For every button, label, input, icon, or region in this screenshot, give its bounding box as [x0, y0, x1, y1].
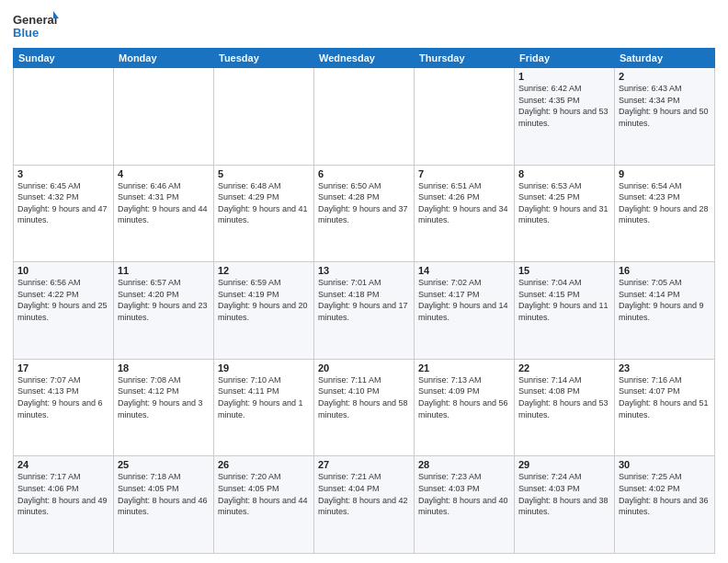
day-info: Sunrise: 6:43 AM Sunset: 4:34 PM Dayligh…	[619, 83, 711, 129]
svg-text:General: General	[13, 13, 57, 27]
day-number: 20	[318, 362, 410, 373]
weekday-header-monday: Monday	[114, 49, 214, 68]
day-info: Sunrise: 7:20 AM Sunset: 4:05 PM Dayligh…	[218, 471, 310, 517]
calendar-cell: 27Sunrise: 7:21 AM Sunset: 4:04 PM Dayli…	[314, 456, 415, 554]
day-number: 18	[118, 362, 210, 373]
day-number: 4	[118, 168, 210, 179]
day-info: Sunrise: 6:50 AM Sunset: 4:28 PM Dayligh…	[318, 180, 410, 226]
day-number: 15	[518, 265, 610, 276]
day-info: Sunrise: 7:16 AM Sunset: 4:07 PM Dayligh…	[619, 374, 711, 420]
calendar-cell: 16Sunrise: 7:05 AM Sunset: 4:14 PM Dayli…	[615, 262, 715, 360]
header: General Blue	[13, 9, 715, 42]
logo-svg: General Blue	[13, 9, 59, 42]
calendar-cell	[114, 68, 214, 166]
day-number: 25	[118, 459, 210, 470]
day-number: 12	[218, 265, 310, 276]
day-info: Sunrise: 7:14 AM Sunset: 4:08 PM Dayligh…	[518, 374, 610, 420]
day-info: Sunrise: 7:07 AM Sunset: 4:13 PM Dayligh…	[17, 374, 109, 420]
weekday-header-sunday: Sunday	[14, 49, 114, 68]
calendar-cell: 12Sunrise: 6:59 AM Sunset: 4:19 PM Dayli…	[214, 262, 314, 360]
calendar-cell: 10Sunrise: 6:56 AM Sunset: 4:22 PM Dayli…	[14, 262, 114, 360]
day-info: Sunrise: 6:51 AM Sunset: 4:26 PM Dayligh…	[418, 180, 510, 226]
calendar-cell: 21Sunrise: 7:13 AM Sunset: 4:09 PM Dayli…	[415, 359, 515, 456]
calendar-cell: 18Sunrise: 7:08 AM Sunset: 4:12 PM Dayli…	[114, 359, 214, 456]
day-number: 11	[118, 265, 210, 276]
day-info: Sunrise: 7:02 AM Sunset: 4:17 PM Dayligh…	[418, 277, 510, 323]
day-number: 10	[17, 265, 109, 276]
day-info: Sunrise: 7:11 AM Sunset: 4:10 PM Dayligh…	[318, 374, 410, 420]
calendar-cell: 30Sunrise: 7:25 AM Sunset: 4:02 PM Dayli…	[615, 456, 715, 554]
week-row-4: 17Sunrise: 7:07 AM Sunset: 4:13 PM Dayli…	[14, 359, 715, 456]
day-number: 19	[218, 362, 310, 373]
day-info: Sunrise: 6:54 AM Sunset: 4:23 PM Dayligh…	[619, 180, 711, 226]
week-row-1: 1Sunrise: 6:42 AM Sunset: 4:35 PM Daylig…	[14, 68, 715, 166]
calendar-cell	[415, 68, 515, 166]
day-number: 29	[518, 459, 610, 470]
calendar-cell: 5Sunrise: 6:48 AM Sunset: 4:29 PM Daylig…	[214, 165, 314, 262]
weekday-header-wednesday: Wednesday	[314, 49, 415, 68]
calendar-cell: 29Sunrise: 7:24 AM Sunset: 4:03 PM Dayli…	[515, 456, 615, 554]
day-info: Sunrise: 7:01 AM Sunset: 4:18 PM Dayligh…	[318, 277, 410, 323]
week-row-2: 3Sunrise: 6:45 AM Sunset: 4:32 PM Daylig…	[14, 165, 715, 262]
calendar-cell	[14, 68, 114, 166]
week-row-3: 10Sunrise: 6:56 AM Sunset: 4:22 PM Dayli…	[14, 262, 715, 360]
calendar-cell: 4Sunrise: 6:46 AM Sunset: 4:31 PM Daylig…	[114, 165, 214, 262]
calendar-cell: 26Sunrise: 7:20 AM Sunset: 4:05 PM Dayli…	[214, 456, 314, 554]
day-info: Sunrise: 7:23 AM Sunset: 4:03 PM Dayligh…	[418, 471, 510, 517]
day-number: 7	[418, 168, 510, 179]
calendar-cell: 20Sunrise: 7:11 AM Sunset: 4:10 PM Dayli…	[314, 359, 415, 456]
calendar-cell: 25Sunrise: 7:18 AM Sunset: 4:05 PM Dayli…	[114, 456, 214, 554]
day-number: 21	[418, 362, 510, 373]
day-number: 26	[218, 459, 310, 470]
page: General Blue SundayMondayTuesdayWednesda…	[0, 0, 728, 563]
day-info: Sunrise: 6:46 AM Sunset: 4:31 PM Dayligh…	[118, 180, 210, 226]
day-info: Sunrise: 7:10 AM Sunset: 4:11 PM Dayligh…	[218, 374, 310, 420]
day-number: 28	[418, 459, 510, 470]
day-number: 2	[619, 71, 711, 82]
weekday-header-row: SundayMondayTuesdayWednesdayThursdayFrid…	[14, 49, 715, 68]
day-number: 22	[518, 362, 610, 373]
calendar-cell: 11Sunrise: 6:57 AM Sunset: 4:20 PM Dayli…	[114, 262, 214, 360]
calendar-cell: 13Sunrise: 7:01 AM Sunset: 4:18 PM Dayli…	[314, 262, 415, 360]
day-number: 16	[619, 265, 711, 276]
day-info: Sunrise: 7:18 AM Sunset: 4:05 PM Dayligh…	[118, 471, 210, 517]
day-info: Sunrise: 6:48 AM Sunset: 4:29 PM Dayligh…	[218, 180, 310, 226]
calendar-cell: 22Sunrise: 7:14 AM Sunset: 4:08 PM Dayli…	[515, 359, 615, 456]
calendar-cell: 19Sunrise: 7:10 AM Sunset: 4:11 PM Dayli…	[214, 359, 314, 456]
weekday-header-friday: Friday	[515, 49, 615, 68]
day-number: 9	[619, 168, 711, 179]
day-info: Sunrise: 6:59 AM Sunset: 4:19 PM Dayligh…	[218, 277, 310, 323]
calendar-cell	[314, 68, 415, 166]
calendar-cell: 28Sunrise: 7:23 AM Sunset: 4:03 PM Dayli…	[415, 456, 515, 554]
day-number: 13	[318, 265, 410, 276]
calendar-cell: 1Sunrise: 6:42 AM Sunset: 4:35 PM Daylig…	[515, 68, 615, 166]
calendar-cell: 15Sunrise: 7:04 AM Sunset: 4:15 PM Dayli…	[515, 262, 615, 360]
weekday-header-thursday: Thursday	[415, 49, 515, 68]
calendar-cell: 7Sunrise: 6:51 AM Sunset: 4:26 PM Daylig…	[415, 165, 515, 262]
calendar-cell	[214, 68, 314, 166]
day-number: 23	[619, 362, 711, 373]
calendar-cell: 17Sunrise: 7:07 AM Sunset: 4:13 PM Dayli…	[14, 359, 114, 456]
day-number: 17	[17, 362, 109, 373]
day-info: Sunrise: 6:45 AM Sunset: 4:32 PM Dayligh…	[17, 180, 109, 226]
day-number: 3	[17, 168, 109, 179]
calendar-cell: 24Sunrise: 7:17 AM Sunset: 4:06 PM Dayli…	[14, 456, 114, 554]
day-info: Sunrise: 7:25 AM Sunset: 4:02 PM Dayligh…	[619, 471, 711, 517]
calendar-cell: 14Sunrise: 7:02 AM Sunset: 4:17 PM Dayli…	[415, 262, 515, 360]
calendar-cell: 6Sunrise: 6:50 AM Sunset: 4:28 PM Daylig…	[314, 165, 415, 262]
day-info: Sunrise: 6:53 AM Sunset: 4:25 PM Dayligh…	[518, 180, 610, 226]
day-number: 5	[218, 168, 310, 179]
calendar-cell: 2Sunrise: 6:43 AM Sunset: 4:34 PM Daylig…	[615, 68, 715, 166]
calendar-cell: 23Sunrise: 7:16 AM Sunset: 4:07 PM Dayli…	[615, 359, 715, 456]
day-number: 6	[318, 168, 410, 179]
week-row-5: 24Sunrise: 7:17 AM Sunset: 4:06 PM Dayli…	[14, 456, 715, 554]
day-number: 1	[518, 71, 610, 82]
weekday-header-saturday: Saturday	[615, 49, 715, 68]
day-info: Sunrise: 7:17 AM Sunset: 4:06 PM Dayligh…	[17, 471, 109, 517]
day-number: 27	[318, 459, 410, 470]
day-number: 30	[619, 459, 711, 470]
day-info: Sunrise: 7:04 AM Sunset: 4:15 PM Dayligh…	[518, 277, 610, 323]
svg-text:Blue: Blue	[13, 26, 39, 40]
day-info: Sunrise: 7:21 AM Sunset: 4:04 PM Dayligh…	[318, 471, 410, 517]
day-info: Sunrise: 7:24 AM Sunset: 4:03 PM Dayligh…	[518, 471, 610, 517]
